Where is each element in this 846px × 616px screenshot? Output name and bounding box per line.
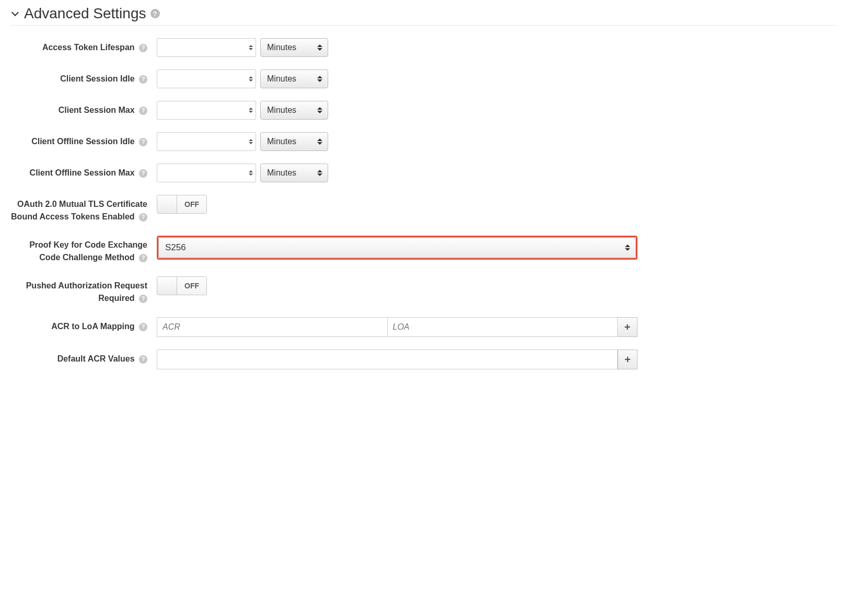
row-default-acr-values: Default ACR Values ? + (10, 350, 836, 369)
label-mtls-tokens-enabled: OAuth 2.0 Mutual TLS Certificate Bound A… (10, 195, 157, 223)
client-offline-session-max-unit-select[interactable]: Minutes (260, 164, 328, 182)
client-session-max-unit-select[interactable]: Minutes (260, 101, 328, 120)
access-token-lifespan-input-wrap (157, 38, 256, 57)
row-par-required: Pushed Authorization Request Required ? … (10, 276, 836, 305)
help-icon[interactable]: ? (139, 138, 147, 146)
section-title: Advanced Settings (24, 5, 146, 22)
toggle-state-label: OFF (177, 195, 206, 213)
select-caret-icon (625, 245, 630, 251)
client-session-max-input[interactable] (157, 101, 256, 120)
spinner-icon[interactable] (249, 170, 253, 176)
help-icon[interactable]: ? (139, 169, 147, 178)
help-icon[interactable]: ? (139, 295, 147, 303)
help-icon[interactable]: ? (139, 254, 147, 262)
client-offline-session-max-input[interactable] (157, 164, 256, 182)
spinner-icon[interactable] (249, 108, 253, 113)
row-client-offline-session-idle: Client Offline Session Idle ? Minutes (10, 132, 836, 151)
pkce-method-select[interactable]: S256 (158, 237, 636, 258)
toggle-handle (157, 277, 177, 295)
label-client-offline-session-idle: Client Offline Session Idle ? (10, 132, 157, 148)
client-session-idle-unit-select[interactable]: Minutes (260, 69, 328, 88)
client-offline-session-idle-input[interactable] (157, 132, 256, 151)
label-default-acr-values: Default ACR Values ? (10, 350, 157, 365)
help-icon[interactable]: ? (139, 107, 147, 115)
toggle-handle (157, 195, 177, 213)
acr-input[interactable] (157, 317, 388, 337)
help-icon[interactable]: ? (139, 355, 147, 364)
row-mtls-tokens-enabled: OAuth 2.0 Mutual TLS Certificate Bound A… (10, 195, 836, 223)
row-pkce-method: Proof Key for Code Exchange Code Challen… (10, 236, 836, 264)
access-token-lifespan-unit-select[interactable]: Minutes (260, 38, 328, 57)
help-icon[interactable]: ? (150, 9, 160, 18)
row-acr-loa-mapping: ACR to LoA Mapping ? + (10, 317, 836, 337)
help-icon[interactable]: ? (139, 44, 147, 52)
par-required-toggle[interactable]: OFF (157, 276, 207, 295)
label-client-session-max: Client Session Max ? (10, 101, 157, 117)
add-mapping-button[interactable]: + (618, 317, 638, 337)
plus-icon: + (624, 354, 631, 366)
access-token-lifespan-input[interactable] (157, 38, 256, 57)
default-acr-row: + (157, 350, 638, 369)
help-icon[interactable]: ? (139, 323, 147, 331)
label-pkce-method: Proof Key for Code Exchange Code Challen… (10, 236, 157, 264)
acr-loa-row: + (157, 317, 638, 337)
default-acr-values-input[interactable] (157, 350, 618, 369)
select-caret-icon (317, 76, 322, 82)
help-icon[interactable]: ? (139, 75, 147, 84)
spinner-icon[interactable] (249, 45, 253, 50)
plus-icon: + (624, 321, 631, 333)
client-offline-session-idle-unit-select[interactable]: Minutes (260, 132, 328, 151)
row-client-session-idle: Client Session Idle ? Minutes (10, 69, 836, 88)
select-caret-icon (317, 107, 322, 113)
row-access-token-lifespan: Access Token Lifespan ? Minutes (10, 38, 836, 57)
chevron-down-icon (11, 9, 19, 16)
label-client-offline-session-max: Client Offline Session Max ? (10, 164, 157, 179)
loa-input[interactable] (388, 317, 618, 337)
label-acr-loa-mapping: ACR to LoA Mapping ? (10, 317, 157, 333)
client-session-idle-input[interactable] (157, 69, 256, 88)
label-access-token-lifespan: Access Token Lifespan ? (10, 38, 157, 54)
label-client-session-idle: Client Session Idle ? (10, 69, 157, 85)
row-client-session-max: Client Session Max ? Minutes (10, 101, 836, 120)
label-par-required: Pushed Authorization Request Required ? (10, 276, 157, 305)
select-caret-icon (317, 170, 322, 176)
spinner-icon[interactable] (249, 139, 253, 144)
select-caret-icon (317, 44, 322, 51)
mtls-tokens-toggle[interactable]: OFF (157, 195, 207, 214)
toggle-state-label: OFF (177, 277, 206, 295)
section-header[interactable]: Advanced Settings ? (10, 5, 836, 26)
add-acr-value-button[interactable]: + (618, 350, 638, 369)
spinner-icon[interactable] (249, 76, 253, 82)
row-client-offline-session-max: Client Offline Session Max ? Minutes (10, 164, 836, 182)
help-icon[interactable]: ? (139, 213, 147, 222)
select-caret-icon (317, 138, 322, 145)
